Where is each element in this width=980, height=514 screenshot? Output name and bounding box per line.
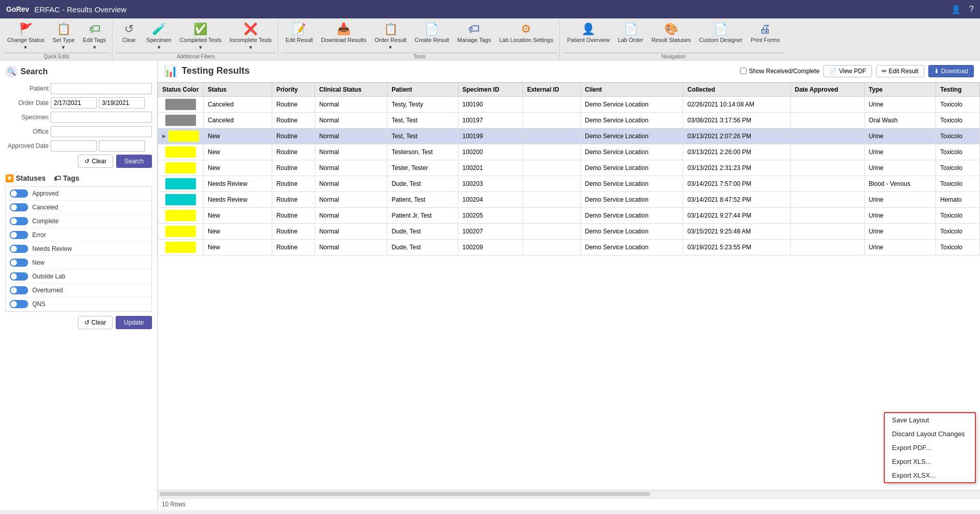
status-item[interactable]: QNS [6, 297, 151, 311]
status-toggle[interactable] [10, 245, 28, 253]
create-result-button[interactable]: 📄 Create Result [410, 20, 453, 46]
results-table: Status ColorStatusPriorityClinical Statu… [158, 82, 980, 255]
table-row[interactable]: CanceledRoutineNormalTest, Test100197Dem… [158, 112, 980, 128]
specimen-button[interactable]: 🧪 Specimen ▾ [142, 20, 176, 53]
dropdown-menu-item[interactable]: Export XLS... [885, 455, 975, 468]
table-row[interactable]: Needs ReviewRoutineNormalDude, Test10020… [158, 176, 980, 191]
dropdown-menu-item[interactable]: Save Layout [885, 413, 975, 427]
table-row[interactable]: Needs ReviewRoutineNormalPatient, Test10… [158, 191, 980, 207]
cell-externalId [522, 176, 580, 191]
status-item[interactable]: Outside Lab [6, 270, 151, 284]
office-input[interactable] [51, 126, 152, 137]
clear-button[interactable]: ↺ Clear [116, 20, 142, 46]
order-result-button[interactable]: 📋 Order Result ▾ [371, 20, 410, 53]
status-item-label: Canceled [32, 204, 58, 211]
status-item[interactable]: Canceled [6, 201, 151, 215]
table-row[interactable]: NewRoutineNormalPatient Jr, Test100205De… [158, 207, 980, 223]
incomplete-tests-button[interactable]: ❌ Incomplete Tests ▾ [226, 20, 276, 53]
table-row[interactable]: ▶NewRoutineNormalTest, Test100199Demo Se… [158, 128, 980, 144]
status-item-label: Outside Lab [32, 273, 66, 280]
dropdown-menu-item[interactable]: Export XLSX... [885, 468, 975, 482]
view-pdf-button[interactable]: 📄 View PDF [823, 65, 872, 77]
user-icon[interactable]: 👤 [951, 5, 961, 14]
lab-order-button[interactable]: 📄 Lab Order [614, 20, 647, 46]
cell-clinicalStatus: Normal [315, 96, 387, 112]
statuses-tab[interactable]: 🔽 Statuses [5, 174, 46, 182]
custom-designer-button[interactable]: 📄 Custom Designer [695, 20, 747, 46]
status-toggle[interactable] [10, 231, 28, 239]
color-block [168, 131, 199, 142]
help-icon[interactable]: ? [969, 5, 974, 14]
statuses-clear-button[interactable]: ↺ Clear [78, 316, 113, 329]
download-results-button[interactable]: 📥 Download Results [317, 20, 371, 46]
toolbar: 🚩 Change Status ▾ 📋 Set Type ▾ 🏷 Edit Ta… [0, 18, 980, 60]
cell-status: New [204, 223, 272, 239]
status-toggle[interactable] [10, 272, 28, 281]
results-actions: Show Received/Complete 📄 View PDF ✏ Edit… [740, 65, 974, 77]
edit-tags-button[interactable]: 🏷 Edit Tags ▾ [79, 20, 110, 53]
result-statuses-button[interactable]: 🎨 Result Statuses [647, 20, 695, 46]
patient-input[interactable] [51, 83, 152, 94]
edit-result-action-button[interactable]: ✏ Edit Result [876, 65, 924, 77]
status-item[interactable]: Error [6, 228, 151, 242]
status-item[interactable]: Complete [6, 215, 151, 228]
status-toggle[interactable] [10, 217, 28, 225]
status-item-label: Needs Review [32, 245, 72, 252]
cell-externalId [522, 128, 580, 144]
dropdown-arrow-icon: ▾ [93, 44, 96, 51]
manage-tags-button[interactable]: 🏷 Manage Tags [453, 20, 495, 46]
status-item[interactable]: Overturned [6, 284, 151, 297]
tags-tab[interactable]: 🏷 Tags [54, 174, 79, 182]
completed-tests-button[interactable]: ✅ Completed Tests ▾ [176, 20, 226, 53]
status-item[interactable]: Approved [6, 187, 151, 201]
order-date-to-input[interactable] [99, 97, 145, 109]
status-color-cell [158, 207, 204, 223]
table-row[interactable]: NewRoutineNormalDude, Test100209Demo Ser… [158, 239, 980, 255]
status-toggle[interactable] [10, 189, 28, 198]
cell-patient: Patient Jr, Test [387, 207, 458, 223]
results-icon: 📊 [164, 65, 178, 78]
scroll-thumb[interactable] [160, 492, 650, 496]
table-row[interactable]: NewRoutineNormalTesterson, Test100200Dem… [158, 144, 980, 160]
status-item[interactable]: New [6, 256, 151, 270]
dropdown-menu-item[interactable]: Export PDF... [885, 441, 975, 455]
status-item[interactable]: Needs Review [6, 242, 151, 256]
edit-result-button[interactable]: 📝 Edit Result [281, 20, 317, 46]
show-received-checkbox[interactable] [740, 68, 747, 74]
lab-location-settings-button[interactable]: ⚙ Lab Location Settings [495, 20, 557, 46]
change-status-button[interactable]: 🚩 Change Status ▾ [3, 20, 49, 53]
row-expand-arrow[interactable]: ▶ [162, 133, 166, 139]
search-button[interactable]: Search [116, 155, 152, 168]
table-row[interactable]: NewRoutineNormalDude, Test100207Demo Ser… [158, 223, 980, 239]
update-button[interactable]: Update [116, 316, 152, 329]
search-clear-button[interactable]: ↺ Clear [78, 155, 113, 168]
show-received-label[interactable]: Show Received/Complete [740, 68, 819, 75]
cell-priority: Routine [272, 112, 315, 128]
lab-order-icon: 📄 [624, 23, 638, 36]
approved-date-from-input[interactable] [51, 140, 97, 152]
patient-overview-button[interactable]: 👤 Patient Overview [563, 20, 614, 46]
table-row[interactable]: NewRoutineNormalTester, Tester100201Demo… [158, 160, 980, 176]
set-type-button[interactable]: 📋 Set Type ▾ [49, 20, 79, 53]
status-toggle[interactable] [10, 203, 28, 211]
table-row[interactable]: CanceledRoutineNormalTesty, Testy100190D… [158, 96, 980, 112]
specimen-label: Specimen [5, 114, 49, 121]
print-forms-button[interactable]: 🖨 Print Forms [747, 20, 784, 46]
status-toggle[interactable] [10, 300, 28, 308]
cell-patient: Patient, Test [387, 191, 458, 207]
approved-date-to-input[interactable] [99, 140, 145, 152]
color-block [165, 194, 196, 205]
status-toggle[interactable] [10, 286, 28, 294]
download-action-button[interactable]: ⬇ Download [928, 65, 974, 77]
status-toggle[interactable] [10, 259, 28, 267]
cell-priority: Routine [272, 207, 315, 223]
horizontal-scrollbar[interactable] [158, 490, 980, 498]
cell-status: Canceled [204, 96, 272, 112]
color-block [165, 99, 196, 110]
specimen-input[interactable] [51, 112, 152, 123]
cell-specimenId: 100207 [458, 223, 522, 239]
dropdown-menu-item[interactable]: Discard Layout Changes [885, 427, 975, 441]
cell-patient: Dude, Test [387, 176, 458, 191]
specimen-icon: 🧪 [152, 23, 166, 36]
order-date-from-input[interactable] [51, 97, 97, 109]
